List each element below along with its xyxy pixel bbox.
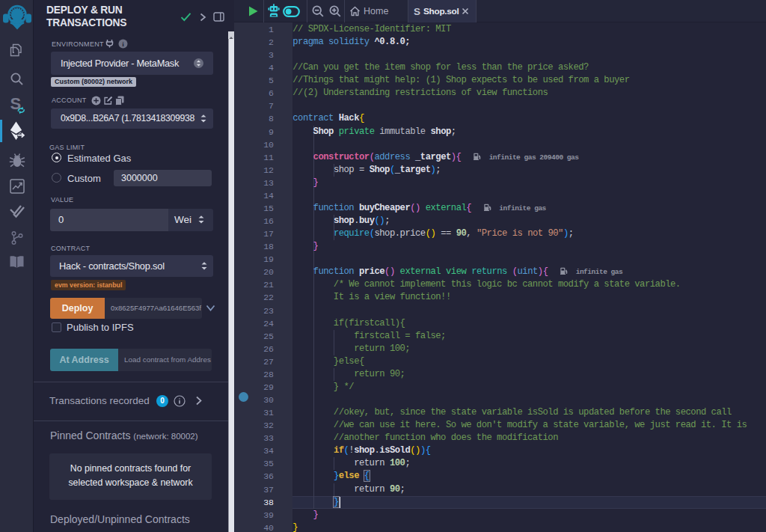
svg-text:S: S (414, 6, 420, 16)
svg-text:S: S (10, 95, 21, 113)
